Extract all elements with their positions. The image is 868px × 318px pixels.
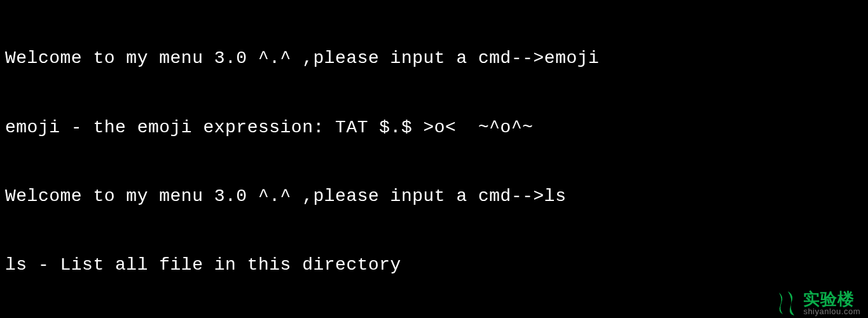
terminal-line: emoji - the emoji expression: TAT $.$ >o… [5,116,863,139]
watermark: 实验楼 shiyanlou.com [774,290,860,315]
watermark-url: shiyanlou.com [803,307,860,315]
terminal-line: ls - List all file in this directory [5,254,863,277]
terminal-line: Welcome to my menu 3.0 ^.^ ,please input… [5,47,863,70]
shiyanlou-logo-icon [774,290,799,315]
watermark-name: 实验楼 [803,291,860,307]
terminal-output[interactable]: Welcome to my menu 3.0 ^.^ ,please input… [0,0,868,318]
terminal-line: Welcome to my menu 3.0 ^.^ ,please input… [5,185,863,208]
